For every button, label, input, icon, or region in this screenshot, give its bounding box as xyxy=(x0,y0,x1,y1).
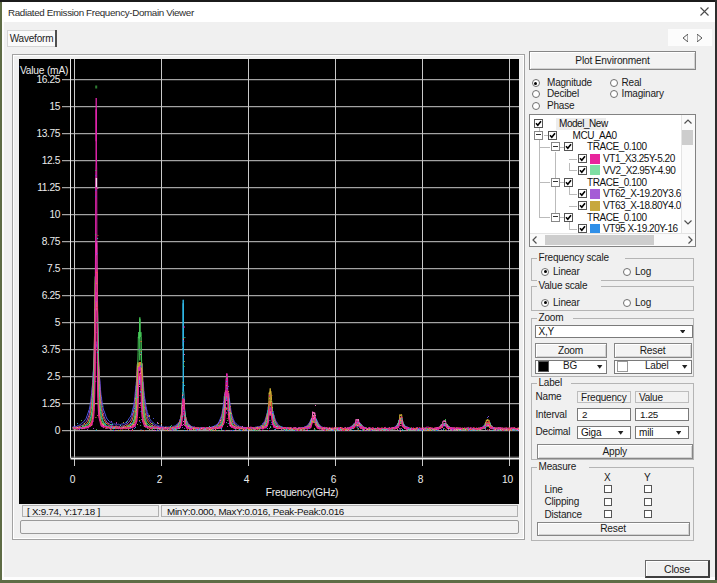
svg-text:8.75: 8.75 xyxy=(42,236,61,247)
svg-text:8: 8 xyxy=(418,474,424,485)
svg-text:11.25: 11.25 xyxy=(37,182,60,193)
svg-text:2: 2 xyxy=(157,474,163,485)
svg-text:Frequency(GHz): Frequency(GHz) xyxy=(266,487,339,498)
svg-text:10: 10 xyxy=(502,474,513,485)
svg-text:1.25: 1.25 xyxy=(42,398,61,409)
svg-text:6: 6 xyxy=(331,474,337,485)
svg-text:13.75: 13.75 xyxy=(37,128,61,139)
svg-text:15: 15 xyxy=(49,101,60,112)
svg-text:0: 0 xyxy=(55,425,61,436)
svg-text:5: 5 xyxy=(55,317,61,328)
svg-text:0: 0 xyxy=(70,474,76,485)
svg-text:12.5: 12.5 xyxy=(42,155,61,166)
svg-text:4: 4 xyxy=(244,474,250,485)
svg-text:16.25: 16.25 xyxy=(37,74,61,85)
svg-text:6.25: 6.25 xyxy=(42,290,61,301)
svg-text:10: 10 xyxy=(49,209,60,220)
svg-text:7.5: 7.5 xyxy=(47,263,61,274)
svg-text:2.5: 2.5 xyxy=(47,371,61,382)
svg-text:3.75: 3.75 xyxy=(42,344,61,355)
